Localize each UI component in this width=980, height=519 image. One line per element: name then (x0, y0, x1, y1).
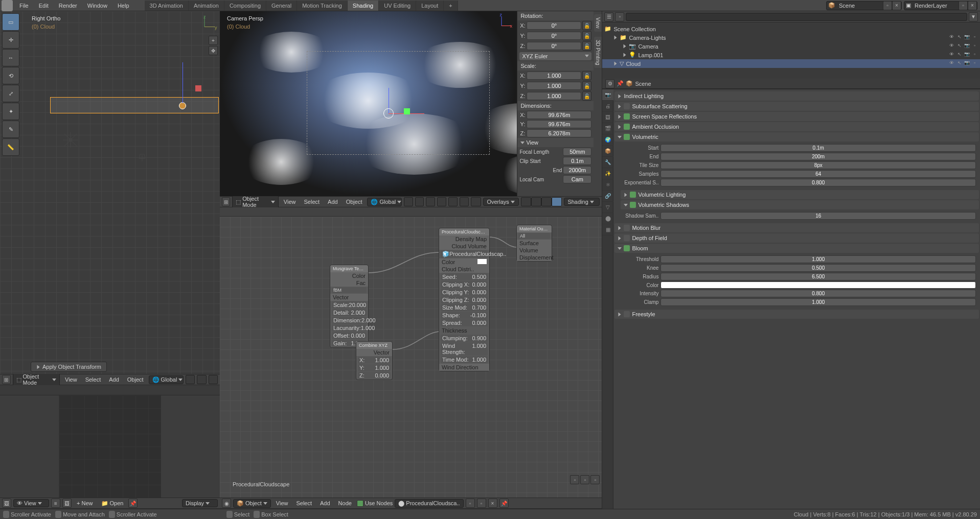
render-icon[interactable]: 📷 (964, 34, 970, 41)
axes-gizmo-cam[interactable]: z x (491, 15, 512, 36)
mat-pin-btn[interactable]: 📌 (499, 499, 509, 508)
tab-constraint[interactable]: 🔗 (602, 191, 613, 202)
t3[interactable] (448, 197, 458, 206)
color-swatch[interactable] (477, 259, 487, 264)
clip-end[interactable]: 2000m (563, 166, 591, 174)
subpanel-header[interactable]: Volumetric Lighting (621, 190, 979, 199)
lock-icon[interactable]: 🔓 (582, 81, 591, 90)
ws-tab-add[interactable]: + (444, 1, 458, 11)
node-param[interactable]: Size Mod:0.700 (441, 304, 488, 311)
material-selector[interactable]: ⬤ ProceduralCloudsca.. (395, 499, 463, 508)
prop-field[interactable]: 1.000 (660, 255, 976, 263)
viewport-camera[interactable]: Camera Persp (0) Cloud z x (220, 11, 517, 196)
node-param[interactable]: Offset:0.000 (332, 332, 367, 339)
viewport-ortho[interactable]: Right Ortho (0) Cloud ▭ ✛ ↔ ⟲ ⤢ ✦ ✎ 📏 z … (0, 11, 220, 374)
node-menu-add[interactable]: Add (317, 499, 333, 507)
scene-new-btn[interactable]: ▫ (883, 1, 892, 10)
render-properties[interactable]: Indirect LightingSubsurface ScatteringSc… (613, 89, 980, 509)
apply-transform-button[interactable]: Apply Object Transform (31, 362, 107, 372)
snap-cam[interactable] (404, 197, 413, 206)
dim-y[interactable]: 99.676m (527, 120, 591, 128)
checkbox-icon[interactable] (624, 311, 630, 317)
outliner-type[interactable]: ☰ (604, 12, 613, 21)
lock-icon[interactable]: 🔓 (582, 71, 591, 80)
panel-header-motion-blur[interactable]: Motion Blur (614, 223, 979, 232)
image-settings-btn[interactable]: ≡ (51, 499, 60, 508)
image-browse-btn[interactable]: 🖼 (62, 499, 72, 508)
tool-scale[interactable]: ⤢ (2, 85, 19, 102)
pin-icon[interactable]: 📌 (617, 80, 624, 87)
menu-window[interactable]: Window (82, 1, 112, 10)
checkbox-icon[interactable] (624, 124, 630, 130)
scene-selector[interactable]: 📦 ▫ × (826, 1, 902, 10)
shade-rendered[interactable] (552, 197, 562, 206)
image-open[interactable]: 📁 Open (98, 499, 127, 508)
outliner-mode[interactable]: ▫ (615, 12, 624, 21)
node-param[interactable]: Lacunarity:1.000 (332, 324, 367, 332)
scene-del-btn[interactable]: × (892, 1, 901, 10)
ws-tab-motion[interactable]: Motion Tracking (297, 1, 348, 11)
cursor-icon[interactable]: ↖ (956, 43, 963, 50)
layer-del-btn[interactable]: × (968, 1, 977, 10)
checkbox-icon[interactable] (624, 103, 630, 109)
image-display-selector[interactable]: Display (182, 499, 218, 507)
node-param[interactable]: Clipping Z:0.000 (441, 296, 488, 303)
prop-field[interactable]: 6.500 (660, 273, 976, 280)
tab-modifier[interactable]: 🔧 (602, 157, 613, 168)
prop-field[interactable]: 0.1m (660, 144, 976, 152)
dim-header[interactable]: Dimensions: (517, 101, 594, 110)
rotation-header[interactable]: Rotation: (517, 11, 594, 20)
misc-toggle[interactable] (209, 375, 218, 384)
node-editor-type[interactable]: ◉ (222, 499, 231, 508)
prop-field[interactable] (660, 281, 976, 289)
tab-physics[interactable]: ⚛ (602, 179, 613, 191)
node-param[interactable]: Shape:-0.100 (441, 312, 488, 319)
orientation-cam[interactable]: 🌐Global (367, 198, 401, 206)
side-tab-view[interactable]: View (594, 14, 602, 32)
node-param[interactable]: Detail:2.000 (332, 309, 367, 316)
prop-field[interactable]: 8px (660, 161, 976, 169)
node-param[interactable]: X:1.000 (358, 357, 391, 364)
shade-solid[interactable] (531, 197, 541, 206)
node-param[interactable]: Clipping Y:0.000 (441, 289, 488, 296)
node-menu-select[interactable]: Select (293, 499, 315, 507)
prop-field[interactable]: 16 (660, 212, 976, 220)
disable-icon[interactable]: ▫ (971, 43, 978, 50)
outliner-item[interactable]: 📁Camera-Lights👁↖📷▫ (602, 33, 980, 42)
rot-y[interactable]: 0° (527, 32, 581, 40)
node-menu-view[interactable]: View (273, 499, 291, 507)
tool-transform[interactable]: ✦ (2, 103, 19, 120)
panel-header-indirect-lighting[interactable]: Indirect Lighting (614, 91, 979, 101)
menu-object[interactable]: Object (124, 375, 147, 384)
snap-toggle[interactable] (186, 375, 195, 384)
checkbox-icon[interactable] (624, 245, 630, 251)
tab-scene[interactable]: 🎬 (602, 123, 613, 134)
menu-object-cam[interactable]: Object (343, 198, 366, 206)
cursor-icon[interactable]: ↖ (956, 52, 963, 58)
node-param[interactable]: Time Mod:1.000 (441, 356, 488, 363)
musgrave-mode[interactable]: fBM (332, 287, 367, 293)
shade-wire[interactable] (521, 197, 531, 206)
shade-lookdev[interactable] (541, 197, 552, 206)
ws-tab-uv[interactable]: UV Editing (379, 1, 416, 11)
tab-texture[interactable]: ▦ (602, 224, 613, 235)
prop-field[interactable]: 1.000 (660, 298, 976, 306)
view-header[interactable]: View (517, 138, 594, 147)
focal-length[interactable]: 50mm (563, 148, 591, 156)
scene-name-input[interactable] (837, 3, 883, 9)
node-btn2[interactable]: ▫ (580, 475, 589, 484)
subpanel-header[interactable]: Volumetric Shadows (621, 200, 979, 209)
ws-tab-shading[interactable]: Shading (348, 1, 379, 11)
gizmo-toggle[interactable] (471, 197, 481, 206)
outliner-item[interactable]: 💡Lamp.001👁↖📷▫ (602, 51, 980, 59)
dim-x[interactable]: 99.676m (527, 111, 591, 119)
eye-icon[interactable]: 👁 (948, 34, 955, 41)
prop-field[interactable]: 64 (660, 170, 976, 178)
menu-add[interactable]: Add (106, 375, 122, 384)
panel-header-volumetric[interactable]: Volumetric (614, 132, 979, 141)
scene-collection-row[interactable]: 📁 Scene Collection (602, 25, 980, 33)
node-param[interactable]: Wind Strength:1.000 (441, 342, 488, 356)
menu-view[interactable]: View (62, 375, 80, 384)
checkbox-icon[interactable] (624, 235, 630, 241)
t2[interactable] (437, 197, 446, 206)
